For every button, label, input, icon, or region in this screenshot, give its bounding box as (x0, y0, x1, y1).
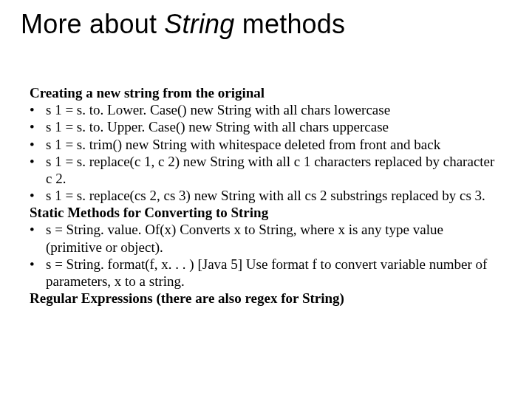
slide: More about String methods Creating a new… (0, 0, 532, 399)
bullet-text: s = String. value. Of(x) Converts x to S… (46, 221, 502, 255)
list-item: • s 1 = s. to. Lower. Case() new String … (30, 101, 502, 118)
bullet-icon: • (30, 221, 46, 238)
section-heading-2: Static Methods for Converting to String (30, 204, 502, 221)
slide-title: More about String methods (21, 9, 511, 40)
bullet-text: s = String. format(f, x. . . ) [Java 5] … (46, 256, 502, 290)
bullet-text: s 1 = s. to. Lower. Case() new String wi… (46, 101, 502, 118)
title-part-1: More about (21, 9, 164, 39)
list-item: • s = String. format(f, x. . . ) [Java 5… (30, 256, 502, 290)
bullet-icon: • (30, 101, 46, 118)
bullet-icon: • (30, 153, 46, 170)
list-item: • s = String. value. Of(x) Converts x to… (30, 221, 502, 255)
title-part-2: methods (235, 9, 346, 39)
bullet-icon: • (30, 187, 46, 204)
section-heading-1: Creating a new string from the original (30, 84, 502, 101)
bullet-icon: • (30, 136, 46, 153)
section-heading-3: Regular Expressions (there are also rege… (30, 290, 502, 307)
slide-body: Creating a new string from the original … (21, 84, 511, 307)
bullet-text: s 1 = s. to. Upper. Case() new String wi… (46, 118, 502, 135)
list-item: • s 1 = s. replace(c 1, c 2) new String … (30, 153, 502, 187)
bullet-text: s 1 = s. replace(c 1, c 2) new String wi… (46, 153, 502, 187)
title-italic: String (164, 9, 234, 39)
list-item: • s 1 = s. trim() new String with whites… (30, 136, 502, 153)
bullet-text: s 1 = s. trim() new String with whitespa… (46, 136, 502, 153)
list-item: • s 1 = s. to. Upper. Case() new String … (30, 118, 502, 135)
bullet-icon: • (30, 118, 46, 135)
bullet-text: s 1 = s. replace(cs 2, cs 3) new String … (46, 187, 502, 204)
bullet-icon: • (30, 256, 46, 273)
list-item: • s 1 = s. replace(cs 2, cs 3) new Strin… (30, 187, 502, 204)
